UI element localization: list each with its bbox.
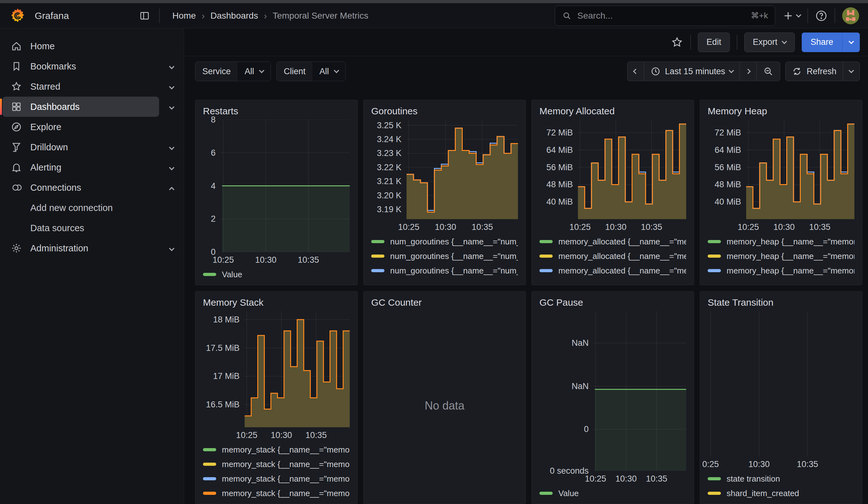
sidebar-item-starred[interactable]: Starred (2, 76, 159, 96)
sidebar-item-explore[interactable]: Explore (2, 117, 159, 137)
bookmark-icon (11, 61, 22, 72)
legend-item[interactable]: memory_heap {__name__="memory_h (707, 278, 855, 282)
panel-title[interactable]: Memory Stack (203, 297, 350, 308)
dashboard-toolbar: Edit Export Share (184, 28, 868, 56)
plot-area[interactable] (707, 311, 855, 456)
legend-item[interactable]: memory_heap {__name__="memory_h (707, 234, 855, 249)
legend-item[interactable]: shard_item_created (707, 486, 855, 501)
sidebar-item-administration[interactable]: Administration (2, 238, 159, 258)
sidebar-item-expand-alerting[interactable] (167, 159, 177, 176)
legend-item[interactable]: memory_stack {__name__="memory_s (203, 472, 350, 486)
avatar[interactable] (842, 7, 859, 24)
help-button[interactable] (815, 10, 828, 22)
service-selected: All (245, 66, 254, 76)
sidebar-item-add-new-connection[interactable]: Add new connection (2, 198, 159, 218)
legend-item[interactable]: memory_heap {__name__="memory_h (707, 263, 855, 278)
x-axis: 10:2510:3010:35 (406, 219, 518, 233)
panel-title[interactable]: State Transition (707, 297, 855, 308)
breadcrumb-item-dashboards[interactable]: Dashboards (210, 11, 258, 21)
panel-title[interactable]: Memory Allocated (539, 106, 686, 116)
legend-label: num_goroutines {__name__="num_go (390, 266, 518, 276)
sidebar-item-bookmarks[interactable]: Bookmarks (2, 56, 159, 76)
sidebar-item-expand-dashboards[interactable] (167, 99, 177, 115)
search-box[interactable]: ⌘+k (555, 6, 775, 26)
sidebar-item-expand-connections[interactable] (167, 179, 177, 196)
chart-memory-allocated: 72 MiB64 MiB56 MiB48 MiB40 MiB10:2510:30… (539, 120, 686, 233)
legend-swatch (707, 492, 721, 495)
legend-item[interactable]: memory_stack {__name__="memory_s (203, 486, 350, 501)
legend-item[interactable]: memory_allocated {__name__="memo (539, 278, 686, 282)
panel-title[interactable]: Restarts (203, 106, 350, 116)
sidebar-item-expand-bookmarks[interactable] (167, 58, 177, 75)
add-button[interactable] (783, 10, 800, 21)
sidebar-item-alerting[interactable]: Alerting (2, 157, 159, 177)
refresh-interval-button[interactable] (843, 62, 859, 81)
sidebar-item-data-sources[interactable]: Data sources (2, 218, 159, 238)
panel-title[interactable]: GC Pause (539, 297, 686, 308)
service-value[interactable]: All (238, 62, 270, 81)
edit-button[interactable]: Edit (698, 32, 730, 52)
client-variable[interactable]: Client All (277, 62, 345, 81)
favorite-star-icon[interactable] (671, 36, 683, 49)
brand-name: Grafana (35, 10, 69, 21)
x-axis-label: 10:30 (255, 255, 277, 265)
legend-item[interactable]: num_goroutines {__name__="num_go (371, 263, 518, 278)
sidebar-item-expand-starred[interactable] (167, 78, 177, 95)
breadcrumb-item-home[interactable]: Home (172, 11, 196, 21)
panel-title[interactable]: Memory Heap (707, 106, 855, 116)
y-axis-label: 3.21 K (377, 176, 402, 186)
time-range-picker[interactable]: Last 15 minutes (644, 62, 740, 81)
refresh-button[interactable]: Refresh (786, 62, 843, 81)
zoom-out-icon (763, 66, 774, 77)
x-axis-label: 0:25 (702, 460, 719, 469)
export-button[interactable]: Export (744, 32, 795, 52)
time-shift-back-button[interactable] (628, 62, 644, 81)
service-variable[interactable]: Service All (195, 62, 271, 81)
panel-title[interactable]: GC Counter (371, 297, 518, 308)
y-axis-label: NaN (572, 338, 589, 348)
sidebar-toggle-icon[interactable] (139, 10, 150, 21)
sidebar-item-expand-administration[interactable] (167, 240, 177, 257)
legend-item[interactable]: num_goroutines {__name__="num_go (371, 278, 518, 282)
legend-item[interactable]: num_goroutines {__name__="num_go (371, 234, 518, 249)
legend-item[interactable]: memory_stack {__name__="memory_s (203, 457, 350, 472)
panel-title[interactable]: Goroutines (371, 106, 518, 116)
plot-area[interactable] (245, 311, 350, 427)
panel-gc-counter: GC Counter No data (363, 291, 526, 504)
legend-label: memory_heap {__name__="memory_h (726, 237, 855, 247)
legend-item[interactable]: memory_allocated {__name__="memo (539, 249, 686, 263)
legend: Value (539, 486, 686, 501)
legend-item[interactable]: num_goroutines {__name__="num_go (371, 249, 518, 263)
time-zoom-out-button[interactable] (756, 62, 780, 81)
sidebar-item-connections[interactable]: Connections (2, 177, 159, 198)
share-menu-button[interactable] (842, 32, 860, 52)
no-data-text: No data (425, 399, 464, 412)
plot-area[interactable] (746, 120, 855, 219)
time-shift-forward-button[interactable] (740, 62, 756, 81)
search-input[interactable] (577, 10, 746, 21)
export-label: Export (753, 37, 777, 47)
compass-icon (11, 121, 22, 133)
panel-grid: Restarts 8642010:2510:3010:35Value Gorou… (195, 100, 862, 504)
sidebar-item-home[interactable]: Home (2, 36, 159, 56)
sidebar-item-drilldown[interactable]: Drilldown (2, 137, 159, 157)
sidebar-item-expand-drilldown[interactable] (167, 139, 177, 156)
legend-item[interactable]: memory_heap {__name__="memory_h (707, 249, 855, 263)
x-axis-label: 10:30 (271, 430, 292, 440)
plot-area[interactable] (578, 120, 686, 219)
export-chevron-icon (782, 39, 787, 44)
sidebar-item-dashboards[interactable]: Dashboards (2, 96, 159, 117)
legend-swatch (371, 269, 384, 272)
client-value[interactable]: All (312, 62, 345, 81)
legend-item[interactable]: memory_allocated {__name__="memo (539, 263, 686, 278)
share-button[interactable]: Share (802, 32, 860, 52)
plot-area[interactable] (221, 120, 350, 252)
legend-item[interactable]: Value (539, 486, 686, 501)
plot-area[interactable] (594, 311, 686, 471)
legend-item[interactable]: memory_stack {__name__="memory_s (203, 442, 350, 457)
plot-area[interactable] (406, 120, 518, 219)
legend-item[interactable]: Value (203, 267, 350, 282)
legend-item[interactable]: memory_allocated {__name__="memo (539, 234, 686, 249)
legend-item[interactable]: state transition (707, 472, 855, 486)
share-label[interactable]: Share (802, 32, 842, 52)
